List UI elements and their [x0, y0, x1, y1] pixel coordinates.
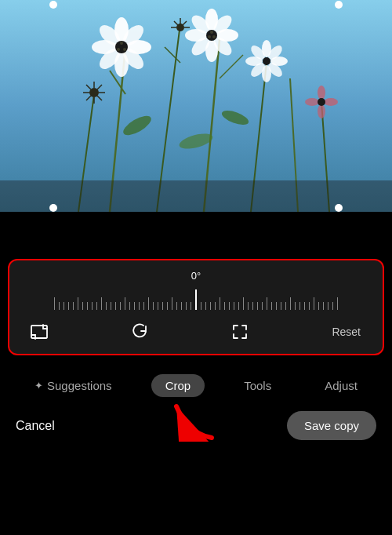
tab-adjust-label: Adjust	[325, 379, 358, 392]
degree-label: 0°	[9, 270, 383, 282]
photo-area	[0, 0, 392, 212]
svg-rect-68	[0, 180, 392, 212]
tab-tools-label: Tools	[244, 379, 271, 392]
rotation-panel: 0°	[8, 259, 384, 355]
tab-suggestions-label: Suggestions	[47, 379, 112, 392]
dark-spacer	[0, 212, 392, 259]
tab-crop[interactable]: Crop	[151, 374, 205, 397]
free-crop-tool[interactable]	[226, 318, 254, 346]
cancel-button[interactable]: Cancel	[16, 414, 55, 438]
svg-point-69	[49, 1, 57, 9]
sparkle-icon: ✦	[34, 380, 43, 391]
svg-rect-73	[31, 326, 47, 338]
svg-point-34	[212, 35, 216, 38]
save-copy-button[interactable]: Save copy	[287, 411, 376, 440]
svg-point-64	[318, 98, 325, 106]
tab-tools[interactable]: Tools	[230, 374, 285, 397]
action-bar: Cancel Save copy	[0, 405, 392, 449]
ruler-ticks	[9, 288, 383, 310]
rotate-tool[interactable]	[125, 318, 154, 346]
tab-crop-label: Crop	[165, 379, 191, 392]
tools-row: Reset	[9, 310, 383, 346]
svg-point-62	[305, 98, 319, 106]
reset-button[interactable]: Reset	[325, 322, 367, 341]
svg-point-22	[123, 48, 126, 51]
svg-point-23	[117, 48, 120, 51]
tab-suggestions[interactable]: ✦ Suggestions	[20, 374, 126, 397]
svg-point-21	[120, 42, 123, 45]
svg-point-70	[335, 1, 343, 9]
svg-point-72	[335, 204, 343, 212]
svg-point-44	[263, 57, 270, 65]
svg-point-33	[210, 31, 213, 34]
aspect-ratio-tool[interactable]	[25, 318, 53, 346]
ruler-container	[9, 288, 383, 310]
photo-flowers	[0, 0, 392, 212]
tab-adjust[interactable]: Adjust	[310, 374, 372, 397]
svg-point-60	[318, 86, 325, 100]
svg-point-71	[49, 204, 57, 212]
svg-point-63	[324, 98, 338, 106]
tabs-bar: ✦ Suggestions Crop Tools Adjust	[0, 363, 392, 405]
photo-background	[0, 0, 392, 212]
svg-point-61	[318, 104, 325, 118]
svg-point-35	[208, 35, 211, 38]
